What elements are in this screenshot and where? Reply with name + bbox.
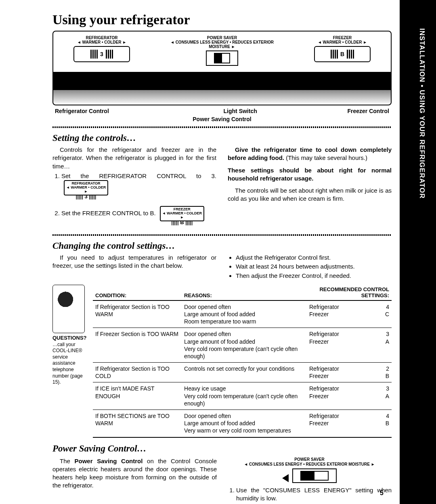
ps-diagram-label: POWER SAVER ◄ CONSUMES LESS ENERGY • RED… (227, 457, 392, 467)
freezer-dial-value: B (340, 51, 344, 57)
table-row: If Refrigerator Section is TOO COLDContr… (93, 363, 392, 382)
cell-condition: If BOTH SECTIONS are TOO WARM (93, 410, 182, 437)
ps-diagram-header: POWER SAVER (294, 457, 324, 462)
console-power-header: POWER SAVER (161, 36, 283, 40)
console-refrig-header: REFRIGERATOR (61, 36, 142, 40)
normal-usage-note: These settings should be about right for… (228, 166, 392, 183)
divider-rule (52, 126, 392, 128)
telephone-illustration (52, 285, 85, 333)
questions-text: …call your COOL-LINE® service assistance… (52, 342, 89, 386)
cell-condition: If Freezer Section is TOO WARM (93, 328, 182, 363)
divider-rule (52, 234, 392, 236)
setting-controls-right-col: Give the refrigerator time to cool down … (228, 146, 392, 232)
cell-settings: Refrigerator3FreezerA (307, 382, 392, 410)
section-heading-changing-settings: Changing the control settings… (52, 241, 392, 251)
ps-switch-diagram (292, 468, 337, 483)
table-row: If Freezer Section is TOO WARMDoor opene… (93, 328, 392, 363)
tip-adjust-refrig-first: Adjust the Refrigerator Control first. (236, 254, 392, 262)
cell-condition: If Refrigerator Section is TOO COLD (93, 363, 182, 382)
mini-refrigerator-dial: REFRIGERATOR ◄ WARMER • COLDER ► ||||| 3… (64, 180, 108, 195)
th-reasons: REASONS: (182, 285, 307, 300)
cell-settings: Refrigerator4FreezerC (307, 300, 392, 328)
ps-bold: Power Saving Control (75, 458, 143, 464)
power-saver-switch (206, 50, 238, 66)
table-row: If BOTH SECTIONS are TOO WARMDoor opened… (93, 410, 392, 437)
section-heading-setting-controls: Setting the controls… (52, 133, 392, 143)
troubleshooting-table: CONDITION: REASONS: RECOMMENDED CONTROL … (93, 285, 392, 438)
callout-light-switch: Light Switch (224, 108, 257, 114)
cell-reasons: Controls not set correctly for your cond… (182, 363, 307, 382)
refrigerator-dial-value: 3 (100, 51, 103, 57)
questions-heading: QUESTIONS? (52, 335, 89, 342)
section-heading-power-saving: Power Saving Control… (52, 443, 392, 454)
console-freezer-header: FREEZER (302, 36, 383, 40)
step-set-freezer: Set the FREEZER CONTROL to B. FREEZER ◄ … (61, 206, 216, 221)
callout-power-saving-control: Power Saving Control (52, 116, 392, 122)
ps-step-1: Use the "CONSUMES LESS ENERGY" setting w… (236, 486, 392, 503)
mini-freezer-dial: FREEZER ◄ WARMER • COLDER ► ||||| B ||||… (160, 206, 204, 221)
console-power-sub: ◄ CONSUMES LESS ENERGY • REDUCES EXTERIO… (161, 40, 283, 49)
th-settings: RECOMMENDED CONTROL SETTINGS: (307, 285, 392, 300)
mini-freezer-header: FREEZER (174, 207, 191, 211)
ps-pre: The (60, 458, 75, 464)
cooldown-warning-rest: (This may take several hours.) (284, 154, 367, 161)
refrigerator-dial: 3 (73, 46, 130, 62)
cell-settings: Refrigerator2FreezerB (307, 363, 392, 382)
console-freezer-sub: ◄ WARMER • COLDER ► (302, 40, 383, 44)
page-number: 5 (380, 489, 384, 497)
cell-settings: Refrigerator4FreezerB (307, 410, 392, 437)
tip-wait-24h: Wait at least 24 hours between adjustmen… (236, 262, 392, 271)
changing-settings-intro: If you need to adjust temperatures in re… (52, 254, 216, 270)
page-title: Using your refrigerator (52, 12, 392, 27)
console-power-section: POWER SAVER ◄ CONSUMES LESS ENERGY • RED… (161, 36, 283, 67)
th-condition: CONDITION: (93, 285, 182, 300)
cell-reasons: Door opened oftenLarge amount of food ad… (182, 300, 307, 328)
setting-controls-left-col: Controls for the refrigerator and freeze… (52, 146, 216, 232)
console-refrig-sub: ◄ WARMER • COLDER ► (61, 40, 142, 44)
console-diagram: REFRIGERATOR ◄ WARMER • COLDER ► 3 POWER… (52, 31, 392, 105)
left-arrow-icon (282, 474, 289, 482)
console-refrigerator-section: REFRIGERATOR ◄ WARMER • COLDER ► 3 (61, 36, 142, 67)
cell-reasons: Door opened oftenLarge amount of food ad… (182, 328, 307, 363)
table-row: If Refrigerator Section is TOO WARMDoor … (93, 300, 392, 328)
power-saving-paragraph: The Power Saving Control on the Control … (52, 457, 217, 490)
ps-diagram-sub: ◄ CONSUMES LESS ENERGY • REDUCES EXTERIO… (244, 462, 375, 466)
step2-text: Set the FREEZER CONTROL to B. (61, 210, 156, 216)
cell-condition: If Refrigerator Section is TOO WARM (93, 300, 182, 328)
mini-refrig-header: REFRIGERATOR (71, 181, 100, 185)
mini-freezer-sub: ◄ WARMER • COLDER ► (162, 211, 202, 219)
table-row: If ICE isn't MADE FAST ENOUGHHeavy ice u… (93, 382, 392, 410)
console-freezer-section: FREEZER ◄ WARMER • COLDER ► B (302, 36, 383, 67)
cell-reasons: Door opened oftenLarge amount of food ad… (182, 410, 307, 437)
step1-text: Set the REFRIGERATOR CONTROL to 3. (61, 172, 216, 179)
callout-freezer-control: Freezer Control (348, 108, 389, 114)
mini-refrig-sub: ◄ WARMER • COLDER ► (66, 185, 106, 193)
questions-sidebar: QUESTIONS? …call your COOL-LINE® service… (52, 285, 89, 438)
cell-settings: Refrigerator3FreezerA (307, 328, 392, 363)
callout-refrigerator-control: Refrigerator Control (55, 108, 109, 114)
diagram-callout-labels: Refrigerator Control Light Switch Freeze… (52, 108, 392, 116)
milk-juice-note: The controls will be set about right whe… (228, 187, 392, 203)
step-set-refrigerator: Set the REFRIGERATOR CONTROL to 3. REFRI… (61, 172, 216, 195)
setting-controls-intro: Controls for the refrigerator and freeze… (52, 146, 216, 170)
cell-reasons: Heavy ice usageVery cold room temperatur… (182, 382, 307, 410)
cell-condition: If ICE isn't MADE FAST ENOUGH (93, 382, 182, 410)
tip-adjust-freezer: Then adjust the Freezer Control, if need… (236, 272, 392, 280)
freezer-dial: B (314, 46, 371, 62)
